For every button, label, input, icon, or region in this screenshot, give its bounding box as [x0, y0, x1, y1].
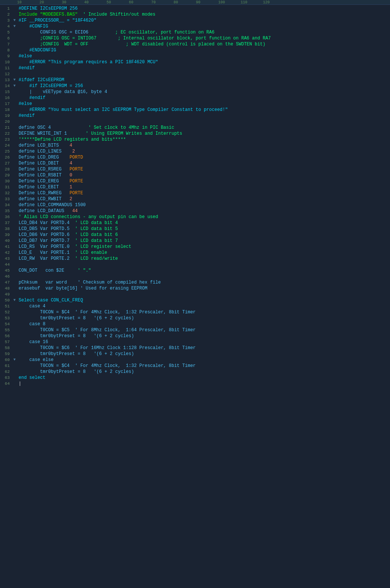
code-segment: Select case CON_CLK_FREQ — [19, 298, 83, 303]
code-segment: tmr0bytPreset = 8 '(6 + 2 cycles) — [19, 369, 134, 374]
code-segment: tmr0bytPreset = 8 '(6 + 2 cycles) — [19, 333, 134, 339]
line-number-1: 1 — [0, 6, 10, 12]
code-line-61: T0CON = $C4 ' For 4Mhz Clock, 1:32 Presc… — [19, 363, 271, 369]
fold-indicator-39 — [12, 232, 17, 238]
fold-indicator-46 — [12, 274, 17, 279]
fold-indicator-57 — [12, 339, 17, 345]
line-number-7: 7 — [0, 41, 10, 47]
code-line-50: Select case CON_CLK_FREQ — [19, 297, 271, 303]
code-line-39: LCD_DB6 Var PORTD.6 ' LCD data bit 6 — [19, 232, 271, 238]
line-number-61: 61 — [0, 363, 10, 369]
fold-indicator-50[interactable]: ▼ — [12, 297, 17, 303]
line-number-26: 26 — [0, 154, 10, 160]
code-segment: end select — [19, 375, 45, 380]
fold-indicator-30 — [12, 178, 17, 184]
line-number-17: 17 — [0, 101, 10, 107]
fold-indicator-20 — [12, 119, 17, 125]
code-segment: LCD_E Var PORTE.1 — [19, 250, 70, 255]
code-line-9: #else — [19, 53, 271, 59]
fold-indicator-40 — [12, 238, 17, 244]
code-segment: ' Include Shiftin/out modes — [77, 12, 155, 17]
fold-indicator-29 — [12, 172, 17, 178]
code-line-27: Define LCD_DBIT 4 — [19, 160, 271, 166]
line-number-35: 35 — [0, 208, 10, 214]
line-numbers: 1234567891011121314151617181920212223242… — [0, 5, 12, 588]
code-area[interactable]: #DEFINE I2CsEEPROM 256Include "MODEDEFS.… — [17, 5, 271, 588]
line-number-54: 54 — [0, 321, 10, 327]
code-segment: define LCD_BITS — [19, 143, 59, 148]
line-number-40: 40 — [0, 238, 10, 244]
line-number-46: 46 — [0, 274, 10, 279]
code-line-19: #endif — [19, 113, 271, 119]
fold-indicator-12 — [12, 71, 17, 77]
code-line-29: Define LCD_RSBIT 0 — [19, 172, 271, 178]
code-line-49 — [19, 291, 271, 297]
code-segment: ' LCD data bit 7 — [70, 238, 118, 243]
fold-indicator-22 — [12, 131, 17, 137]
fold-indicator-25 — [12, 148, 17, 154]
code-line-13: #ifdef I2CsEEPROM — [19, 77, 271, 83]
code-line-41: LCD_RS Var PORTE.0 ' LCD register select — [19, 244, 271, 250]
code-segment: LCD_DB7 Var PORTD.7 — [19, 238, 70, 243]
fold-indicator-13[interactable]: ▼ — [12, 77, 17, 83]
code-editor[interactable]: 1234567891011121314151617181920212223242… — [0, 5, 271, 588]
code-segment: PORTD — [59, 155, 83, 160]
line-number-3: 3 — [0, 17, 10, 23]
line-number-45: 45 — [0, 268, 10, 274]
fold-indicator-16 — [12, 95, 17, 101]
code-line-35: define LCD_DATAUS 44 — [19, 208, 271, 214]
code-line-25: define LCD_LINES 2 — [19, 148, 271, 154]
code-line-32: Define LCD_RWREG PORTE — [19, 190, 271, 196]
code-segment: ' LCD register select — [70, 244, 131, 249]
fold-indicator-36 — [12, 214, 17, 220]
editor-container: 10 20 30 40 50 60 70 80 90 100 110 120 1… — [0, 0, 390, 588]
fold-indicator-53 — [12, 315, 17, 321]
code-segment: Define LCD_EREG — [19, 179, 59, 184]
line-number-44: 44 — [0, 262, 10, 268]
code-segment: Define LCD_RWREG — [19, 191, 61, 196]
code-segment: | — [19, 381, 21, 386]
code-segment: define OSC 4 — [19, 125, 51, 130]
fold-indicator-38 — [12, 226, 17, 232]
fold-indicator-41 — [12, 244, 17, 250]
fold-indicator-31 — [12, 184, 17, 190]
line-number-11: 11 — [0, 65, 10, 71]
fold-indicator-60[interactable]: ▼ — [12, 357, 17, 363]
code-segment: PORTE — [59, 179, 83, 184]
code-segment: #CONFIG — [19, 24, 48, 29]
code-segment: #endif — [19, 113, 35, 118]
code-segment: #ENDCONFIG — [19, 48, 56, 53]
fold-indicator-1 — [12, 6, 17, 12]
code-segment: 4 — [59, 143, 72, 148]
code-segment: LCD_DB4 Var PORTD.4 — [19, 220, 70, 226]
code-segment: 1 — [59, 185, 72, 190]
fold-indicator-47 — [12, 279, 17, 285]
code-segment: #else — [19, 54, 32, 59]
fold-indicator-63 — [12, 375, 17, 381]
line-number-62: 62 — [0, 369, 10, 375]
code-segment: T0CON = $C6 ' For 16Mhz Clock 1:128 Pres… — [19, 345, 196, 351]
code-segment: ' Set clock to 4Mhz in PIC Basic — [51, 125, 174, 130]
fold-indicator-23 — [12, 137, 17, 143]
fold-indicator-4[interactable]: ▼ — [12, 23, 17, 29]
line-number-38: 38 — [0, 226, 10, 232]
fold-indicator-3[interactable]: ▼ — [12, 17, 17, 23]
line-number-13: 13 — [0, 77, 10, 83]
line-number-10: 10 — [0, 59, 10, 65]
line-number-8: 8 — [0, 47, 10, 53]
line-number-30: 30 — [0, 178, 10, 184]
code-line-37: LCD_DB4 Var PORTD.4 ' LCD data bit 4 — [19, 220, 271, 226]
code-segment: #endif — [19, 65, 35, 71]
code-line-23: '*****Define LCD registers and bits***** — [19, 137, 271, 143]
fold-indicator-14[interactable]: ▼ — [12, 83, 17, 89]
fold-indicator-19 — [12, 113, 17, 119]
line-number-12: 12 — [0, 71, 10, 77]
fold-indicator-55 — [12, 327, 17, 333]
code-segment: PORTE — [61, 191, 83, 196]
code-line-34: define LCD_COMMANDUS 1500 — [19, 202, 271, 208]
fold-gutter: ▼▼▼▼▼▼ — [12, 5, 17, 588]
code-line-56: tmr0bytPreset = 8 '(6 + 2 cycles) — [19, 333, 271, 339]
code-segment: T0CON = $C4 ' For 4Mhz Clock, 1:32 Presc… — [19, 363, 196, 368]
code-segment: #ERROR "You must select an I2C sEEPROM T… — [19, 107, 228, 112]
line-number-53: 53 — [0, 315, 10, 321]
